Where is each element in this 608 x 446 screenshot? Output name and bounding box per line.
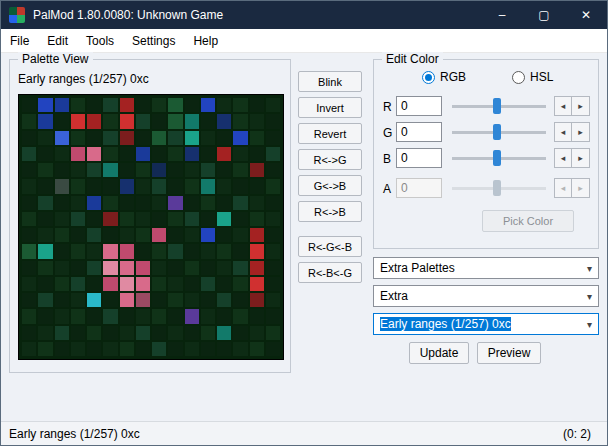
palette-cell[interactable] — [250, 212, 264, 226]
palette-cell[interactable] — [250, 326, 264, 340]
palette-cell[interactable] — [103, 228, 117, 242]
palette-cell[interactable] — [120, 261, 134, 275]
spin-left-icon[interactable]: ◂ — [554, 148, 572, 168]
palette-cell[interactable] — [38, 114, 52, 128]
revert-button[interactable]: Revert — [298, 123, 362, 144]
swap-rg-button[interactable]: R<->G — [298, 149, 362, 170]
palette-cell[interactable] — [201, 244, 215, 258]
spin-right-icon[interactable]: ▸ — [572, 122, 590, 142]
palette-cell[interactable] — [38, 342, 52, 356]
palette-cell[interactable] — [152, 131, 166, 145]
close-button[interactable]: ✕ — [565, 1, 607, 29]
palette-cell[interactable] — [168, 98, 182, 112]
palette-cell[interactable] — [266, 212, 280, 226]
palette-cell[interactable] — [38, 244, 52, 258]
palette-cell[interactable] — [168, 244, 182, 258]
palette-cell[interactable] — [55, 131, 69, 145]
rotate-rgb-button[interactable]: R<-G<-B — [298, 236, 362, 257]
palette-cell[interactable] — [22, 277, 36, 291]
palette-cell[interactable] — [152, 244, 166, 258]
palette-cell[interactable] — [201, 147, 215, 161]
palette-cell[interactable] — [22, 179, 36, 193]
palette-cell[interactable] — [250, 131, 264, 145]
palette-cell[interactable] — [22, 293, 36, 307]
palette-cell[interactable] — [136, 261, 150, 275]
palette-cell[interactable] — [217, 261, 231, 275]
palette-cell[interactable] — [71, 212, 85, 226]
palette-cell[interactable] — [266, 228, 280, 242]
palette-cell[interactable] — [233, 261, 247, 275]
palette-cell[interactable] — [201, 163, 215, 177]
blink-button[interactable]: Blink — [298, 71, 362, 92]
palette-cell[interactable] — [38, 277, 52, 291]
rotate-rbg-button[interactable]: R<-B<-G — [298, 262, 362, 283]
palette-cell[interactable] — [103, 342, 117, 356]
radio-rgb[interactable]: RGB — [422, 70, 466, 84]
palette-cell[interactable] — [120, 179, 134, 193]
palette-cell[interactable] — [103, 147, 117, 161]
palette-cell[interactable] — [250, 114, 264, 128]
palette-cell[interactable] — [201, 228, 215, 242]
channel-g-input[interactable] — [396, 122, 442, 142]
channel-r-slider[interactable] — [450, 96, 548, 116]
palette-cell[interactable] — [22, 98, 36, 112]
palette-cell[interactable] — [87, 244, 101, 258]
palette-cell[interactable] — [136, 212, 150, 226]
palette-cell[interactable] — [266, 326, 280, 340]
palette-cell[interactable] — [250, 163, 264, 177]
palette-cell[interactable] — [233, 212, 247, 226]
palette-cell[interactable] — [152, 326, 166, 340]
palette-cell[interactable] — [55, 196, 69, 210]
palette-cell[interactable] — [136, 163, 150, 177]
menu-file[interactable]: File — [1, 29, 38, 52]
palette-cell[interactable] — [250, 342, 264, 356]
palette-cell[interactable] — [22, 196, 36, 210]
palette-cell[interactable] — [185, 212, 199, 226]
palette-cell[interactable] — [168, 212, 182, 226]
palette-cell[interactable] — [22, 131, 36, 145]
palette-cell[interactable] — [87, 98, 101, 112]
palette-cell[interactable] — [168, 131, 182, 145]
palette-cell[interactable] — [152, 212, 166, 226]
palette-cell[interactable] — [87, 212, 101, 226]
palette-cell[interactable] — [217, 277, 231, 291]
palette-cell[interactable] — [103, 293, 117, 307]
palette-cell[interactable] — [217, 131, 231, 145]
palette-cell[interactable] — [233, 179, 247, 193]
palette-cell[interactable] — [250, 244, 264, 258]
palette-cell[interactable] — [201, 293, 215, 307]
palette-cell[interactable] — [217, 342, 231, 356]
palette-cell[interactable] — [38, 98, 52, 112]
palette-cell[interactable] — [266, 114, 280, 128]
palette-cell[interactable] — [233, 196, 247, 210]
palette-cell[interactable] — [152, 309, 166, 323]
palette-cell[interactable] — [233, 293, 247, 307]
palette-cell[interactable] — [217, 228, 231, 242]
palette-cell[interactable] — [22, 228, 36, 242]
palette-cell[interactable] — [103, 196, 117, 210]
palette-cell[interactable] — [71, 326, 85, 340]
palette-cell[interactable] — [22, 326, 36, 340]
palette-cell[interactable] — [38, 179, 52, 193]
menu-edit[interactable]: Edit — [38, 29, 77, 52]
palette-cell[interactable] — [136, 293, 150, 307]
palette-cell[interactable] — [103, 212, 117, 226]
palette-cell[interactable] — [120, 309, 134, 323]
palette-cell[interactable] — [152, 98, 166, 112]
palette-cell[interactable] — [120, 163, 134, 177]
palette-cell[interactable] — [120, 293, 134, 307]
palette-cell[interactable] — [38, 228, 52, 242]
palette-cell[interactable] — [266, 261, 280, 275]
palette-cell[interactable] — [136, 309, 150, 323]
palette-cell[interactable] — [168, 277, 182, 291]
palette-cell[interactable] — [250, 98, 264, 112]
palette-cell[interactable] — [152, 163, 166, 177]
menu-tools[interactable]: Tools — [77, 29, 123, 52]
pick-color-button[interactable]: Pick Color — [482, 210, 574, 232]
palette-cell[interactable] — [201, 196, 215, 210]
palette-cell[interactable] — [103, 114, 117, 128]
menu-help[interactable]: Help — [184, 29, 227, 52]
palette-cell[interactable] — [266, 147, 280, 161]
palette-cell[interactable] — [266, 277, 280, 291]
palette-cell[interactable] — [87, 131, 101, 145]
